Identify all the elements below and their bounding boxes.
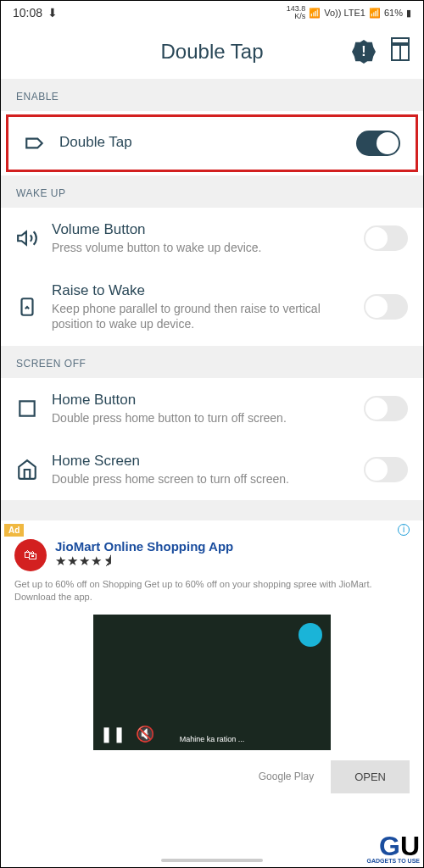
- mute-icon[interactable]: 🔇: [136, 725, 154, 743]
- toggle-raise-to-wake[interactable]: [364, 294, 408, 320]
- status-network: Vo)) LTE1: [324, 8, 365, 18]
- phone-raise-icon: [16, 296, 38, 318]
- tag-icon: [24, 132, 46, 154]
- app-header: Double Tap !: [1, 25, 423, 79]
- section-wakeup-header: WAKE UP: [1, 175, 423, 208]
- section-enable-header: ENABLE: [1, 79, 423, 111]
- toggle-home-screen[interactable]: [364, 457, 408, 482]
- toggle-home-button[interactable]: [364, 396, 408, 421]
- section-screenoff-header: SCREEN OFF: [1, 346, 423, 378]
- download-icon: ⬇: [47, 6, 58, 19]
- ad-description: Get up to 60% off on Shopping Get up to …: [14, 578, 410, 604]
- setting-double-tap[interactable]: Double Tap: [6, 114, 418, 172]
- setting-volume-button[interactable]: Volume Button Press volume button to wak…: [1, 208, 423, 269]
- setting-raise-to-wake[interactable]: Raise to Wake Keep phone parallel to gro…: [1, 269, 423, 345]
- ad-video[interactable]: ❚❚ 🔇 Mahine ka ration ...: [93, 615, 331, 750]
- status-bar: 10:08 ⬇ 143.8 K/s 📶 Vo)) LTE1 📶 61% ▮: [1, 1, 423, 25]
- status-time: 10:08: [13, 6, 42, 19]
- notification-badge-icon[interactable]: !: [352, 40, 376, 64]
- setting-desc: Double press home screen to turn off scr…: [52, 471, 350, 487]
- setting-desc: Keep phone parallel to ground then raise…: [52, 301, 350, 331]
- volume-icon: [16, 227, 38, 249]
- ad-open-button[interactable]: OPEN: [331, 760, 410, 793]
- setting-title: Double Tap: [59, 134, 343, 151]
- setting-title: Volume Button: [52, 221, 350, 238]
- nav-indicator[interactable]: [161, 859, 263, 862]
- toggle-double-tap[interactable]: [356, 131, 400, 156]
- ad-app-icon[interactable]: 🛍: [14, 539, 47, 571]
- setting-home-screen[interactable]: Home Screen Double press home screen to …: [1, 439, 423, 500]
- ad-info-icon[interactable]: i: [398, 524, 410, 536]
- signal-icon: 📶: [369, 8, 381, 19]
- watermark: GU GADGETS TO USE: [367, 836, 421, 864]
- video-caption: Mahine ka ration ...: [180, 735, 245, 743]
- status-speed: 143.8 K/s: [287, 5, 306, 20]
- setting-title: Raise to Wake: [52, 282, 350, 299]
- square-icon: [16, 398, 38, 420]
- spacer: [1, 500, 423, 520]
- setting-desc: Press volume button to wake up device.: [52, 240, 350, 255]
- setting-title: Home Button: [52, 392, 350, 409]
- setting-home-button[interactable]: Home Button Double press home button to …: [1, 378, 423, 439]
- ad-label: Ad: [4, 524, 24, 537]
- gift-icon[interactable]: [391, 42, 410, 61]
- wifi-icon: 📶: [309, 8, 321, 19]
- setting-title: Home Screen: [52, 453, 350, 470]
- page-title: Double Tap: [161, 40, 264, 64]
- ad-rating-stars: ★★★★⯨: [55, 554, 233, 569]
- pause-icon[interactable]: ❚❚: [100, 725, 126, 743]
- ad-source: Google Play: [259, 771, 314, 782]
- battery-icon: ▮: [406, 8, 411, 19]
- status-battery: 61%: [384, 8, 403, 18]
- setting-desc: Double press home button to turn off scr…: [52, 410, 350, 426]
- toggle-volume-button[interactable]: [364, 225, 408, 251]
- svg-rect-1: [20, 401, 34, 415]
- home-icon: [16, 459, 38, 481]
- ad-container: Ad i 🛍 JioMart Online Shopping App ★★★★⯨…: [1, 520, 423, 802]
- jio-badge-icon: [298, 623, 322, 647]
- ad-app-title[interactable]: JioMart Online Shopping App: [55, 539, 233, 554]
